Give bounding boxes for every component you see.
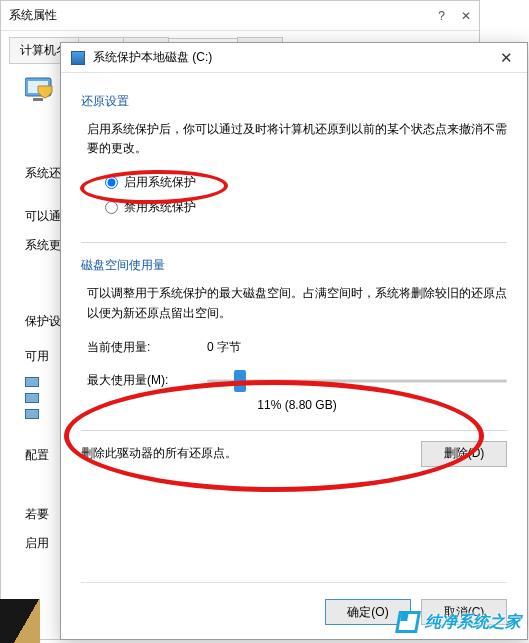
slider-thumb[interactable]: [234, 370, 246, 392]
delete-description: 删除此驱动器的所有还原点。: [81, 445, 237, 462]
help-icon[interactable]: ?: [438, 9, 445, 23]
delete-row: 删除此驱动器的所有还原点。 删除(D): [81, 441, 507, 467]
radio-enable-protection[interactable]: 启用系统保护: [105, 174, 507, 191]
radio-enable-label: 启用系统保护: [124, 174, 196, 191]
close-icon[interactable]: ✕: [496, 49, 517, 67]
radio-disable-input[interactable]: [105, 201, 118, 214]
max-usage-label: 最大使用量(M):: [87, 372, 207, 389]
svg-rect-2: [33, 98, 43, 101]
close-icon[interactable]: ✕: [461, 9, 471, 23]
delete-button[interactable]: 删除(D): [421, 441, 507, 467]
drive-shield-icon: [71, 51, 85, 65]
disk-usage-description: 可以调整用于系统保护的最大磁盘空间。占满空间时，系统将删除较旧的还原点以便为新还…: [87, 284, 507, 322]
disk-usage-heading: 磁盘空间使用量: [81, 257, 507, 274]
restore-description: 启用系统保护后，你可以通过及时将计算机还原到以前的某个状态点来撤消不需要的更改。: [87, 120, 507, 158]
system-protection-drive-dialog: 系统保护本地磁盘 (C:) ✕ 还原设置 启用系统保护后，你可以通过及时将计算机…: [60, 42, 528, 640]
current-usage-label: 当前使用量:: [87, 339, 207, 356]
radio-disable-protection[interactable]: 禁用系统保护: [105, 199, 507, 216]
parent-window-buttons: ? ✕: [438, 9, 471, 23]
child-titlebar: 系统保护本地磁盘 (C:) ✕: [61, 43, 527, 73]
current-usage-value: 0 字节: [207, 339, 241, 356]
drive-icon: [25, 377, 39, 387]
watermark-logo-icon: [395, 611, 421, 633]
drive-icon: [25, 409, 39, 419]
shield-monitor-icon: [25, 76, 59, 109]
divider: [81, 242, 507, 243]
bottom-left-photo-strip: [0, 599, 40, 643]
restore-settings-heading: 还原设置: [81, 93, 507, 110]
drive-icon: [25, 393, 39, 403]
parent-title: 系统属性: [9, 7, 57, 24]
max-usage-value: 11% (8.80 GB): [87, 398, 507, 412]
child-body: 还原设置 启用系统保护后，你可以通过及时将计算机还原到以前的某个状态点来撤消不需…: [61, 73, 527, 639]
child-title: 系统保护本地磁盘 (C:): [93, 49, 212, 66]
watermark: 纯净系统之家: [397, 611, 521, 633]
watermark-text: 纯净系统之家: [425, 612, 521, 633]
current-usage-row: 当前使用量: 0 字节: [87, 339, 507, 356]
radio-disable-label: 禁用系统保护: [124, 199, 196, 216]
radio-enable-input[interactable]: [105, 176, 118, 189]
parent-titlebar: 系统属性 ? ✕: [1, 1, 479, 31]
max-usage-row: 最大使用量(M):: [87, 370, 507, 392]
divider: [81, 430, 507, 431]
slider-track-line: [207, 379, 507, 382]
max-usage-slider[interactable]: [207, 370, 507, 392]
